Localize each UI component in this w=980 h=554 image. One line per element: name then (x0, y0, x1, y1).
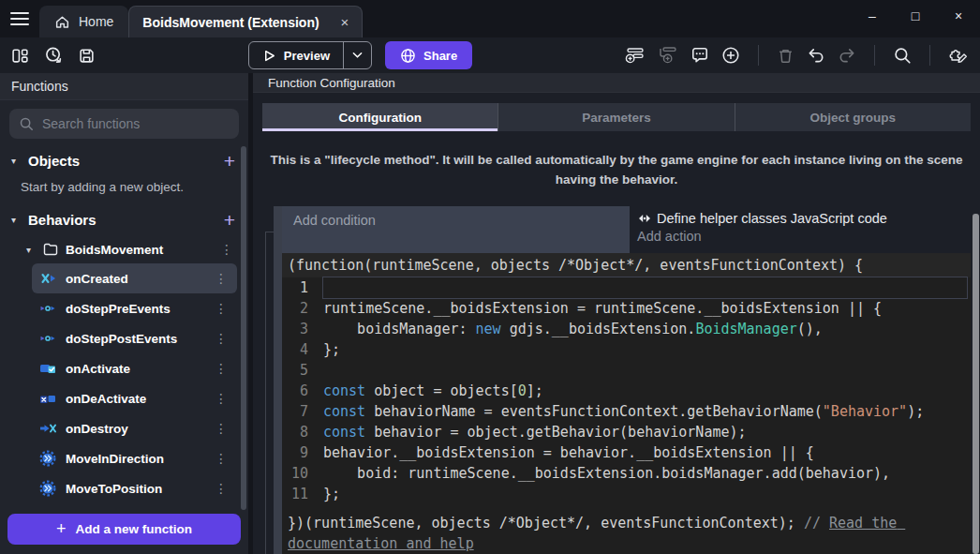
add-event-icon (721, 46, 740, 65)
panels-icon (11, 47, 29, 65)
tab-configuration[interactable]: Configuration (262, 103, 497, 131)
preview-button[interactable]: Preview (248, 41, 372, 69)
function-item-label: onDestroy (66, 422, 128, 436)
configuration-tabs: Configuration Parameters Object groups (262, 103, 971, 131)
share-button[interactable]: Share (385, 41, 472, 69)
indent-guide-tick (265, 232, 274, 232)
add-condition-icon (625, 46, 646, 65)
code-line-content[interactable]: runtimeScene.__boidsExtension = runtimeS… (323, 298, 967, 319)
code-line-content[interactable]: const behavior = object.getBehavior(beha… (323, 422, 967, 442)
behavior-folder-boidsmovement[interactable]: ▾ BoidsMovement ⋮ (0, 235, 248, 263)
version-history-button[interactable] (44, 46, 63, 65)
code-line-content[interactable]: boidsManager: new gdjs.__boidsExtension.… (323, 319, 967, 339)
add-object-button[interactable]: + (224, 151, 235, 171)
sidebar-section-objects[interactable]: ▾ Objects + (0, 144, 248, 176)
event-header-row: Add condition Define helper classes Java… (282, 206, 971, 253)
js-event-title-row[interactable]: Define helper classes JavaScript code (637, 211, 969, 226)
kebab-menu-icon[interactable]: ⋮ (213, 451, 230, 466)
function-item-oncreated[interactable]: onCreated ⋮ (32, 263, 237, 293)
code-line: 9behavior.__boidsExtension = behavior.__… (282, 442, 971, 463)
code-line: 6const object = objects[0]; (282, 381, 971, 401)
tab-object-groups[interactable]: Object groups (735, 103, 971, 131)
add-action-area[interactable]: Add action (637, 229, 969, 244)
toolbar-left-group (11, 46, 96, 65)
function-item-ondeactivate[interactable]: onDeActivate ⋮ (32, 383, 237, 413)
function-item-label: doStepPostEvents (66, 332, 177, 346)
js-code-editor[interactable]: (function(runtimeScene, objects /*Object… (282, 253, 971, 554)
kebab-menu-icon[interactable]: ⋮ (213, 271, 230, 286)
search-events-button[interactable] (893, 46, 912, 65)
add-function-button[interactable]: + Add a new function (7, 514, 241, 545)
code-line: 2runtimeScene.__boidsExtension = runtime… (282, 298, 971, 319)
code-wrapper-close: })(runtimeScene, objects /*Object*/, eve… (282, 504, 966, 554)
tab-home[interactable]: Home (39, 6, 128, 37)
function-item-dosteppreevents[interactable]: doStepPreEvents ⋮ (32, 293, 237, 323)
function-configuration-panel: Function Configuration Configuration Par… (253, 73, 980, 554)
window-close-button[interactable]: × (937, 0, 980, 32)
redo-button[interactable] (838, 46, 856, 65)
search-input[interactable] (42, 116, 230, 131)
kebab-menu-icon[interactable]: ⋮ (213, 301, 230, 316)
add-condition-area[interactable]: Add condition (282, 206, 630, 253)
add-event-button[interactable] (721, 46, 740, 65)
edit-extension-icon (948, 46, 969, 65)
main-scrollbar[interactable] (973, 214, 979, 554)
function-item-movetoposition[interactable]: MoveToPosition ⋮ (32, 473, 237, 503)
code-line-content[interactable]: const behaviorName = eventsFunctionConte… (323, 401, 967, 422)
lifecycle-step-icon (39, 300, 56, 317)
main-menu-button[interactable] (0, 0, 39, 37)
function-item-ondestroy[interactable]: onDestroy ⋮ (32, 413, 237, 443)
objects-section-label: Objects (28, 153, 80, 169)
sidebar-scrollbar[interactable] (241, 146, 246, 510)
kebab-menu-icon[interactable]: ⋮ (213, 391, 230, 406)
kebab-menu-icon[interactable]: ⋮ (213, 331, 230, 346)
code-line-content[interactable]: boid: runtimeScene.__boidsExtension.boid… (323, 463, 967, 484)
search-box[interactable] (9, 109, 239, 139)
add-behavior-button[interactable]: + (224, 210, 235, 230)
edit-extension-button[interactable] (948, 46, 969, 65)
save-icon (78, 47, 96, 65)
objects-empty-hint: Start by adding a new object. (0, 176, 248, 203)
sidebar-title: Functions (0, 73, 248, 100)
function-item-onactivate[interactable]: onActivate ⋮ (32, 353, 237, 383)
trash-icon (777, 47, 794, 65)
add-condition-button[interactable] (625, 46, 646, 65)
kebab-menu-icon[interactable]: ⋮ (213, 361, 230, 376)
code-line-content[interactable] (323, 360, 967, 381)
tab-extension[interactable]: BoidsMovement (Extension) × (128, 6, 363, 37)
code-line-content[interactable] (323, 277, 967, 298)
line-number: 7 (282, 401, 323, 422)
hamburger-icon (10, 11, 29, 26)
tab-close-icon[interactable]: × (341, 14, 349, 30)
undo-button[interactable] (807, 46, 825, 65)
function-item-label: MoveToPosition (66, 482, 162, 496)
line-number: 2 (282, 298, 323, 319)
event-drag-handle[interactable] (274, 206, 282, 554)
window-maximize-button[interactable]: □ (894, 0, 937, 32)
js-event-title: Define helper classes JavaScript code (657, 211, 887, 226)
open-panels-button[interactable] (11, 47, 29, 65)
sidebar-section-behaviors[interactable]: ▾ Behaviors + (0, 203, 248, 235)
toolbar-divider (874, 45, 875, 66)
code-line-content[interactable]: const object = objects[0]; (323, 381, 967, 401)
function-item-moveindirection[interactable]: MoveInDirection ⋮ (32, 443, 237, 473)
add-comment-button[interactable] (690, 46, 709, 65)
preview-options-button[interactable] (343, 42, 371, 68)
function-item-dosteppostevents[interactable]: doStepPostEvents ⋮ (32, 323, 237, 353)
kebab-menu-icon[interactable]: ⋮ (218, 242, 235, 257)
code-line-content[interactable]: }; (323, 484, 967, 504)
kebab-menu-icon[interactable]: ⋮ (213, 481, 230, 496)
tab-parameters[interactable]: Parameters (497, 103, 734, 131)
delete-button[interactable] (777, 47, 794, 65)
add-subcondition-button[interactable] (658, 46, 678, 65)
search-wrap (0, 100, 248, 144)
preview-button-main[interactable]: Preview (249, 49, 343, 63)
save-button[interactable] (78, 47, 96, 65)
search-icon (19, 116, 34, 131)
window-minimize-button[interactable]: – (851, 0, 894, 32)
lifecycle-step-icon (39, 330, 56, 347)
tab-home-label: Home (79, 14, 113, 29)
code-line-content[interactable]: behavior.__boidsExtension = behavior.__b… (323, 442, 967, 463)
code-line-content[interactable]: }; (323, 339, 967, 360)
kebab-menu-icon[interactable]: ⋮ (213, 421, 230, 436)
